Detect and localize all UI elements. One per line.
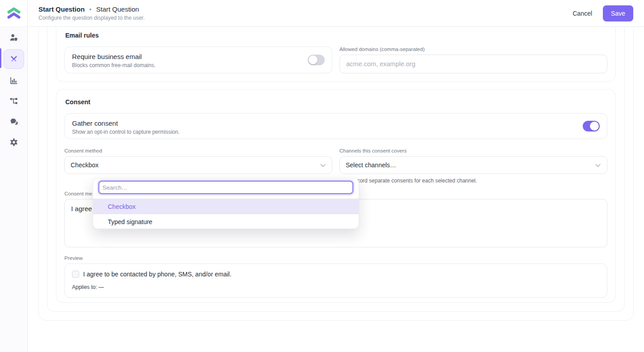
- gather-consent-title: Gather consent: [72, 119, 600, 127]
- bar-chart-icon: [9, 76, 19, 85]
- allowed-domains-input[interactable]: [339, 55, 607, 73]
- sidebar: [0, 0, 28, 352]
- toggle-knob: [309, 55, 318, 64]
- active-nav-indicator: [0, 48, 1, 68]
- chat-bubbles-icon: [9, 117, 19, 127]
- channels-label: Channels this consent covers: [339, 148, 607, 153]
- user-shield-icon: [9, 33, 19, 42]
- app-root: Start Question • Start Question Configur…: [0, 0, 644, 352]
- chevron-down-icon: [595, 162, 600, 167]
- sidebar-nav: [0, 27, 27, 151]
- page-title: Start Question • Start Question: [38, 5, 570, 13]
- cancel-button[interactable]: Cancel: [570, 6, 595, 21]
- page-title-secondary: Start Question: [96, 5, 139, 13]
- allowed-domains-label: Allowed domains (comma-separated): [339, 47, 607, 52]
- sidebar-item-settings[interactable]: [4, 133, 24, 151]
- consent-title: Consent: [65, 98, 607, 106]
- email-rules-title: Email rules: [65, 32, 607, 39]
- preview-consent-checkbox[interactable]: [72, 271, 79, 278]
- sidebar-item-conversations[interactable]: [4, 113, 24, 131]
- preview-consent-text: I agree to be contacted by phone, SMS, a…: [83, 271, 232, 278]
- dropdown-option-checkbox[interactable]: Checkbox: [93, 199, 359, 214]
- channels-field: Channels this consent covers Select chan…: [339, 148, 607, 184]
- dropdown-option-typed-signature[interactable]: Typed signature: [93, 214, 359, 229]
- sidebar-item-flows[interactable]: [4, 92, 24, 110]
- require-business-email-box: Require business email Blocks common fre…: [64, 47, 332, 73]
- page-subtitle: Configure the question displayed to the …: [38, 15, 570, 21]
- allowed-domains-field: Allowed domains (comma-separated): [339, 47, 607, 73]
- page-title-primary: Start Question: [38, 5, 85, 13]
- sidebar-item-analytics[interactable]: [4, 72, 24, 89]
- require-business-email-description: Blocks common free-mail domains.: [72, 62, 325, 68]
- consent-method-select[interactable]: Checkbox: [64, 156, 332, 174]
- page-header: Start Question • Start Question Configur…: [28, 0, 644, 27]
- save-button[interactable]: Save: [603, 5, 633, 21]
- consent-method-value: Checkbox: [71, 161, 98, 169]
- preview-applies-to: Applies to: —: [72, 284, 600, 290]
- email-rules-section: Email rules Require business email Block…: [56, 27, 616, 82]
- settings-gear-icon: [9, 137, 19, 147]
- content-scroll-area[interactable]: Email rules Require business email Block…: [28, 27, 644, 352]
- gather-consent-description: Show an opt-in control to capture permis…: [72, 129, 600, 135]
- header-titles: Start Question • Start Question Configur…: [38, 5, 570, 21]
- preview-label: Preview: [64, 255, 607, 261]
- design-tools-icon: [9, 54, 19, 64]
- require-business-email-toggle[interactable]: [308, 55, 325, 65]
- require-business-email-title: Require business email: [72, 53, 325, 60]
- chevron-down-icon: [320, 162, 325, 167]
- app-logo: [0, 0, 27, 27]
- double-chevron-up-logo-icon: [5, 5, 22, 22]
- flow-nodes-icon: [9, 96, 19, 106]
- dropdown-search-input[interactable]: [98, 181, 353, 194]
- consent-method-label: Consent method: [64, 148, 332, 153]
- channels-hint: We'll record separate consents for each …: [339, 178, 607, 184]
- consent-preview-box: I agree to be contacted by phone, SMS, a…: [64, 263, 607, 298]
- gather-consent-box: Gather consent Show an opt-in control to…: [64, 113, 607, 139]
- gather-consent-toggle[interactable]: [583, 121, 600, 131]
- toggle-knob: [590, 122, 599, 131]
- page-title-separator: •: [89, 5, 92, 13]
- sidebar-item-designer[interactable]: [4, 49, 24, 69]
- header-actions: Cancel Save: [570, 5, 633, 21]
- consent-method-dropdown: Checkbox Typed signature: [93, 178, 359, 229]
- sidebar-item-users[interactable]: [4, 29, 24, 47]
- channels-select[interactable]: Select channels…: [339, 156, 607, 174]
- channels-value: Select channels…: [346, 161, 396, 169]
- dropdown-options: Checkbox Typed signature: [93, 199, 359, 229]
